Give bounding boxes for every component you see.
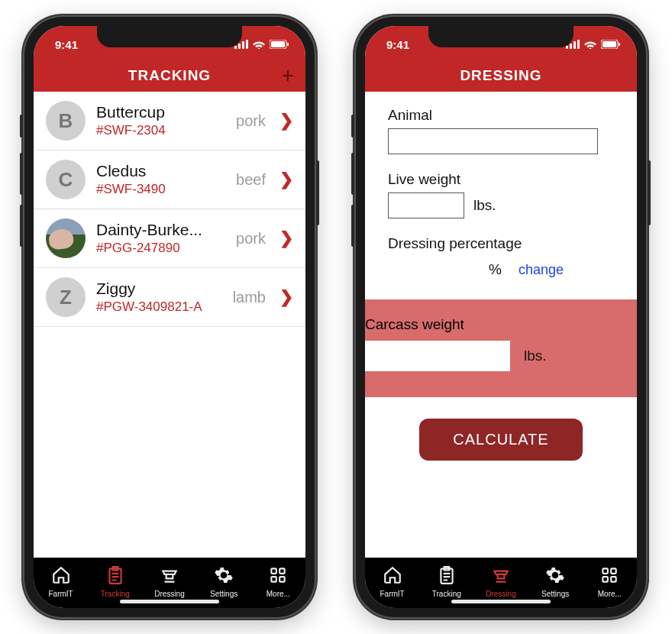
chevron-right-icon: ❯: [279, 111, 293, 131]
animal-id: #PGG-247890: [96, 241, 225, 256]
side-button: [20, 153, 23, 195]
svg-rect-0: [234, 46, 237, 49]
status-time: 9:41: [386, 38, 409, 51]
tab-label: Dressing: [486, 590, 515, 598]
side-button: [20, 115, 23, 137]
svg-rect-12: [566, 46, 568, 49]
animal-name: Cledus: [96, 162, 225, 180]
tab-more[interactable]: More...: [251, 565, 305, 598]
chevron-right-icon: ❯: [279, 170, 293, 189]
animal-name: Ziggy: [96, 280, 222, 298]
battery-icon: [270, 38, 289, 51]
tab-dressing[interactable]: Dressing: [473, 565, 528, 598]
animal-id: #PGW-3409821-A: [96, 299, 222, 315]
header-dressing: DRESSING: [365, 60, 637, 92]
side-button: [20, 205, 23, 247]
home-icon: [51, 565, 71, 588]
chevron-right-icon: ❯: [279, 228, 293, 248]
tracking-list: B Buttercup #SWF-2304 pork ❯ C Cledus #S…: [34, 92, 305, 558]
carcass-output: [365, 341, 510, 371]
avatar-initial: C: [46, 160, 86, 199]
dressing-pct-label: Dressing percentage: [388, 235, 622, 252]
add-button[interactable]: +: [282, 65, 295, 86]
tab-more[interactable]: More...: [583, 565, 637, 598]
animal-label: Animal: [388, 107, 622, 124]
wifi-icon: [253, 38, 265, 51]
animal-type: pork: [236, 230, 266, 247]
svg-rect-18: [619, 43, 620, 46]
animal-type: beef: [236, 171, 266, 189]
live-weight-input[interactable]: [388, 192, 464, 218]
tab-settings[interactable]: Settings: [528, 565, 583, 598]
animal-type: lamb: [233, 289, 266, 306]
unit-pct: %: [489, 261, 502, 278]
status-icons: [566, 38, 620, 51]
home-icon: [383, 565, 402, 588]
battery-icon: [601, 38, 620, 51]
tab-label: Tracking: [432, 590, 461, 598]
animal-input[interactable]: [388, 128, 598, 154]
tab-label: More...: [598, 590, 622, 598]
tab-settings[interactable]: Settings: [197, 565, 251, 598]
gear-icon: [214, 565, 234, 588]
carcass-result: Carcass weight lbs.: [365, 299, 637, 397]
tab-dressing[interactable]: Dressing: [142, 565, 196, 598]
svg-rect-11: [280, 577, 286, 582]
tab-farmit[interactable]: FarmIT: [365, 565, 419, 598]
animal-type: pork: [236, 112, 266, 130]
live-weight-label: Live weight: [388, 171, 622, 188]
change-link[interactable]: change: [519, 262, 564, 278]
tab-label: Settings: [541, 590, 569, 598]
side-button: [648, 160, 651, 225]
status-icons: [234, 38, 289, 51]
header-tracking: TRACKING +: [34, 60, 305, 92]
animal-name: Buttercup: [96, 103, 225, 121]
animal-id: #SWF-3490: [96, 182, 225, 197]
grid-icon: [268, 565, 288, 588]
avatar-photo: [46, 218, 86, 258]
tab-farmit[interactable]: FarmIT: [34, 565, 88, 598]
list-item[interactable]: Dainty-Burke... #PGG-247890 pork ❯: [34, 209, 305, 268]
tab-tracking[interactable]: Tracking: [419, 565, 473, 598]
clipboard-icon: [105, 565, 125, 588]
status-time: 9:41: [55, 38, 78, 51]
svg-rect-22: [603, 577, 609, 582]
carcass-label: Carcass weight: [365, 316, 629, 333]
phone-tracking: 9:41 TRACKING +: [23, 15, 316, 619]
avatar-initial: B: [46, 101, 86, 141]
list-item[interactable]: Z Ziggy #PGW-3409821-A lamb ❯: [34, 268, 305, 327]
chevron-right-icon: ❯: [279, 287, 293, 307]
gear-icon: [545, 565, 565, 588]
svg-rect-20: [603, 568, 609, 574]
list-item[interactable]: B Buttercup #SWF-2304 pork ❯: [34, 92, 305, 150]
notch: [428, 26, 573, 47]
scale-icon: [491, 565, 511, 588]
svg-rect-2: [242, 41, 244, 49]
list-item[interactable]: C Cledus #SWF-3490 beef ❯: [34, 150, 305, 209]
svg-rect-3: [246, 40, 248, 49]
unit-lbs: lbs.: [473, 197, 496, 214]
animal-id: #SWF-2304: [96, 123, 225, 138]
svg-rect-21: [612, 568, 617, 574]
calculate-button[interactable]: CALCULATE: [419, 419, 582, 461]
wifi-icon: [584, 38, 596, 51]
tab-label: FarmIT: [48, 590, 73, 598]
side-button: [351, 115, 354, 137]
svg-rect-8: [272, 568, 277, 574]
svg-rect-17: [603, 41, 616, 47]
svg-rect-13: [570, 44, 572, 49]
tab-label: Tracking: [101, 590, 130, 598]
side-button: [351, 153, 354, 195]
animal-name: Dainty-Burke...: [96, 221, 225, 239]
tab-label: More...: [267, 590, 290, 598]
tab-label: Settings: [210, 590, 237, 598]
tab-label: Dressing: [154, 590, 184, 598]
dressing-pct-input[interactable]: [388, 257, 480, 283]
svg-rect-5: [271, 41, 285, 47]
page-title: DRESSING: [460, 67, 541, 84]
side-button: [316, 160, 319, 225]
scale-icon: [160, 565, 179, 588]
svg-rect-23: [612, 577, 617, 582]
tab-tracking[interactable]: Tracking: [88, 565, 142, 598]
page-title: TRACKING: [128, 67, 211, 84]
